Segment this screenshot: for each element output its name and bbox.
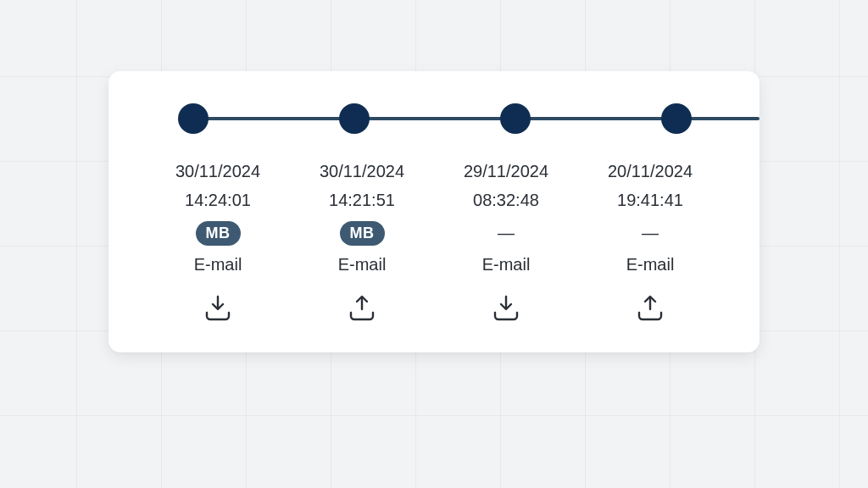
timeline-events-row: 30/11/2024 14:24:01 MB E-mail 30/11/2024… [108, 159, 760, 327]
event-channel: E-mail [338, 252, 387, 276]
upload-tray-icon [348, 294, 376, 326]
upload-tray-icon [636, 294, 665, 326]
event-time: 19:41:41 [617, 188, 683, 212]
download-tray-icon [203, 294, 232, 326]
event-time: 14:21:51 [329, 188, 395, 212]
timeline-node [500, 103, 531, 134]
event-time: 14:24:01 [185, 188, 251, 212]
event-date: 30/11/2024 [175, 159, 260, 183]
timeline-event: 30/11/2024 14:21:51 MB E-mail [290, 159, 434, 327]
no-user-indicator: — [498, 224, 515, 243]
timeline-node [178, 103, 209, 134]
upload-tray-button[interactable] [633, 293, 667, 327]
event-date: 29/11/2024 [464, 159, 548, 183]
event-date: 20/11/2024 [608, 159, 693, 183]
download-tray-button[interactable] [201, 293, 235, 327]
timeline-node [339, 103, 370, 134]
event-channel: E-mail [482, 252, 531, 276]
timeline-event: 29/11/2024 08:32:48 — E-mail [434, 159, 578, 327]
download-tray-icon [492, 294, 520, 326]
event-time: 08:32:48 [473, 188, 539, 212]
event-user-slot: — [642, 220, 659, 246]
upload-tray-button[interactable] [345, 293, 379, 327]
download-tray-button[interactable] [489, 293, 523, 327]
timeline-node [661, 103, 692, 134]
event-user-slot: MB [196, 220, 241, 246]
timeline-event: 30/11/2024 14:24:01 MB E-mail [146, 159, 290, 327]
event-channel: E-mail [626, 252, 675, 276]
event-user-slot: — [498, 220, 515, 246]
event-date: 30/11/2024 [320, 159, 404, 183]
timeline-card: 30/11/2024 14:24:01 MB E-mail 30/11/2024… [108, 71, 760, 352]
user-initials-badge: MB [196, 221, 241, 246]
timeline-track [108, 102, 760, 136]
event-channel: E-mail [194, 252, 242, 276]
user-initials-badge: MB [340, 221, 385, 246]
event-user-slot: MB [340, 220, 385, 246]
no-user-indicator: — [642, 224, 659, 243]
timeline-event: 20/11/2024 19:41:41 — E-mail [578, 159, 722, 327]
